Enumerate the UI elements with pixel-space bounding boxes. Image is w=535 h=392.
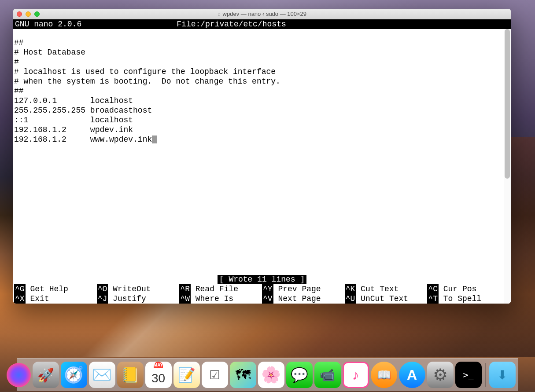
traffic-lights: [17, 11, 40, 17]
shortcut-label: [108, 284, 113, 294]
nano-file-path: /private/etc/hosts: [200, 19, 286, 29]
dock-item-itunes[interactable]: [343, 362, 369, 388]
shortcut-label: [191, 294, 196, 304]
shortcut-label: Prev Page: [278, 284, 321, 294]
dock-item-terminal[interactable]: [455, 362, 482, 388]
file-line: ##: [14, 38, 24, 47]
file-line: ##: [14, 87, 24, 95]
shortcut-label: Justify: [113, 294, 146, 304]
shortcut-key: ^O: [97, 284, 108, 294]
vertical-scrollbar[interactable]: [504, 29, 511, 304]
shortcut-label: [26, 294, 30, 304]
window-titlebar[interactable]: ⌂ wpdev — nano ‹ sudo — 100×29: [13, 9, 511, 19]
nano-file-label: File:: [177, 19, 200, 29]
shortcut-to-spell: ^T To Spell: [427, 294, 510, 304]
dock-item-contacts[interactable]: [117, 362, 144, 388]
shortcut-key: ^W: [179, 294, 191, 304]
file-line: 255.255.255.255 broadcasthost: [14, 106, 152, 115]
shortcut-prev-page: ^Y Prev Page: [262, 284, 345, 294]
shortcut-where-is: ^W Where Is: [179, 294, 262, 304]
shortcut-label: To Spell: [443, 294, 481, 304]
dock-item-appstore[interactable]: [399, 362, 425, 388]
maximize-button[interactable]: [34, 11, 40, 17]
dock-item-reminders[interactable]: [202, 362, 228, 388]
shortcut-label: [356, 294, 361, 304]
dock-item-safari[interactable]: [61, 362, 87, 388]
terminal-content[interactable]: GNU nano 2.0.6 File: /private/etc/hosts …: [13, 19, 511, 304]
shortcut-label: [273, 294, 278, 304]
shortcut-label: [191, 284, 196, 294]
shortcut-label: Exit: [30, 294, 49, 304]
shortcut-next-page: ^V Next Page: [262, 294, 345, 304]
terminal-window: ⌂ wpdev — nano ‹ sudo — 100×29 GNU nano …: [13, 9, 511, 304]
dock-item-maps[interactable]: [230, 362, 256, 388]
shortcut-label: [108, 294, 113, 304]
file-line: # when the system is booting. Do not cha…: [14, 77, 280, 86]
dock-item-siri[interactable]: [7, 363, 31, 387]
shortcut-key: ^R: [179, 284, 191, 294]
shortcut-uncut-text: ^U UnCut Text: [345, 294, 428, 304]
shortcut-exit: ^X Exit: [14, 294, 97, 304]
file-line: # localhost is used to configure the loo…: [14, 67, 276, 76]
dock-item-launchpad[interactable]: [33, 362, 59, 388]
shortcut-cut-text: ^K Cut Text: [345, 284, 428, 294]
shortcut-key: ^G: [14, 284, 26, 294]
shortcut-key: ^X: [14, 294, 26, 304]
file-line: #: [14, 58, 19, 66]
shortcut-label: [439, 284, 443, 294]
minimize-button[interactable]: [26, 11, 31, 17]
editor-body[interactable]: ## # Host Database # # localhost is used…: [13, 29, 511, 145]
shortcut-label: UnCut Text: [361, 294, 408, 304]
nano-status-text: [ Wrote 11 lines ]: [218, 275, 306, 284]
dock-item-notes[interactable]: [173, 362, 200, 388]
calendar-month: MAY: [154, 362, 163, 368]
file-line: 192.168.1.2 wpdev.ink: [14, 125, 133, 134]
dock-item-facetime[interactable]: [314, 362, 341, 388]
dock: MAY 30: [17, 358, 518, 391]
shortcut-label: [273, 284, 278, 294]
shortcut-cur-pos: ^C Cur Pos: [427, 284, 510, 294]
window-title: ⌂ wpdev — nano ‹ sudo — 100×29: [13, 11, 511, 17]
file-line: # Host Database: [14, 48, 85, 57]
scrollbar-thumb[interactable]: [505, 29, 510, 179]
shortcut-key: ^J: [97, 294, 108, 304]
dock-item-ibooks[interactable]: [371, 362, 397, 388]
dock-item-calendar[interactable]: MAY 30: [145, 362, 172, 388]
dock-separator: [485, 363, 486, 387]
shortcut-label: Get Help: [30, 284, 68, 294]
file-line: 127.0.0.1 localhost: [14, 96, 133, 105]
shortcut-label: Read File: [196, 284, 238, 294]
file-line: ::1 localhost: [14, 116, 133, 125]
dock-item-mail[interactable]: [89, 362, 115, 388]
shortcut-writeout: ^O WriteOut: [97, 284, 180, 294]
shortcut-label: [26, 284, 30, 294]
nano-header-bar: GNU nano 2.0.6 File: /private/etc/hosts: [13, 19, 511, 29]
nano-status-line: [ Wrote 11 lines ]: [13, 275, 511, 284]
shortcut-key: ^U: [345, 294, 356, 304]
shortcut-key: ^K: [345, 284, 356, 294]
file-line: 192.168.1.2 www.wpdev.ink: [14, 135, 152, 144]
shortcut-get-help: ^G Get Help: [14, 284, 97, 294]
dock-item-photos[interactable]: [258, 362, 284, 388]
text-cursor: [152, 136, 157, 143]
dock-item-messages[interactable]: [286, 362, 313, 388]
calendar-day: 30: [151, 368, 165, 388]
shortcut-key: ^C: [427, 284, 439, 294]
window-title-text: wpdev — nano ‹ sudo — 100×29: [223, 11, 306, 17]
dock-item-downloads[interactable]: [489, 362, 516, 388]
shortcut-label: Cur Pos: [443, 284, 477, 294]
home-icon: ⌂: [218, 11, 221, 17]
shortcut-label: Next Page: [278, 294, 321, 304]
nano-shortcuts: ^G Get Help ^O WriteOut ^R Read File ^Y …: [14, 284, 510, 304]
shortcut-label: WriteOut: [113, 284, 151, 294]
shortcut-label: [439, 294, 443, 304]
shortcut-label: Cut Text: [361, 284, 398, 294]
nano-version: GNU nano 2.0.6: [15, 19, 81, 29]
shortcut-read-file: ^R Read File: [179, 284, 262, 294]
close-button[interactable]: [17, 11, 22, 17]
shortcut-label: [356, 284, 361, 294]
dock-item-system-preferences[interactable]: [427, 362, 454, 388]
shortcut-key: ^T: [427, 294, 439, 304]
shortcut-justify: ^J Justify: [97, 294, 180, 304]
shortcut-label: Where Is: [196, 294, 233, 304]
